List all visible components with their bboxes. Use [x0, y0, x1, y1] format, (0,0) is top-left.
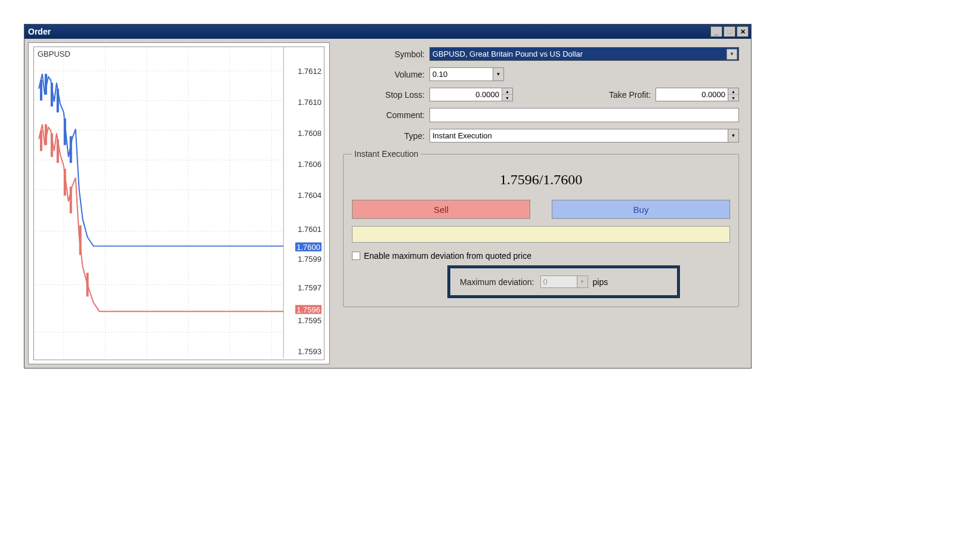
close-button[interactable]: ✕	[737, 26, 749, 37]
stoploss-label: Stop Loss:	[343, 90, 429, 100]
buy-button[interactable]: Buy	[552, 200, 730, 219]
enable-maxdev-checkbox[interactable]	[352, 252, 360, 260]
y-tick-bid: 1.7600	[295, 243, 321, 252]
symbol-combo[interactable]: GBPUSD, Great Britain Pound vs US Dollar…	[429, 47, 739, 61]
price-quote: 1.7596/1.7600	[352, 172, 730, 188]
comment-label: Comment:	[343, 110, 429, 120]
chart-panel: GBPUSD	[28, 42, 330, 364]
y-tick: 1.7601	[298, 225, 321, 234]
order-form: Symbol: GBPUSD, Great Britain Pound vs U…	[335, 42, 747, 364]
symbol-value: GBPUSD, Great Britain Pound vs US Dollar	[432, 49, 583, 58]
volume-value: 0.10	[432, 70, 447, 79]
order-window: Order _ □ ✕ GBPUSD	[24, 24, 752, 369]
y-tick: 1.7599	[298, 255, 321, 264]
y-tick-ask: 1.7596	[295, 305, 321, 314]
y-tick: 1.7604	[298, 191, 321, 200]
spinner-down-icon[interactable]: ▼	[502, 95, 512, 101]
symbol-label: Symbol:	[343, 49, 429, 59]
spinner-down-icon[interactable]: ▼	[728, 95, 738, 101]
takeprofit-label: Take Profit:	[609, 90, 656, 100]
comment-input[interactable]	[429, 108, 739, 122]
pips-label: pips	[593, 277, 608, 287]
type-value: Instant Execution	[432, 131, 492, 140]
maxdev-label: Maximum deviation:	[460, 277, 534, 287]
spinner-up-icon[interactable]: ▲	[502, 88, 512, 95]
y-tick: 1.7606	[298, 160, 321, 169]
sell-button[interactable]: Sell	[352, 200, 530, 219]
type-combo[interactable]: Instant Execution ▼	[429, 129, 739, 143]
y-tick: 1.7610	[298, 98, 321, 107]
chevron-down-icon: ▼	[727, 49, 737, 60]
volume-combo[interactable]: 0.10 ▼	[429, 67, 504, 81]
spinner-up-icon[interactable]: ▲	[728, 88, 738, 95]
maxdev-highlight-box: Maximum deviation: 0 ▼ pips	[447, 265, 680, 298]
price-chart	[34, 47, 324, 358]
y-tick: 1.7593	[298, 347, 321, 356]
maxdev-value: 0	[543, 277, 548, 286]
window-title: Order	[28, 27, 51, 36]
window-controls: _ □ ✕	[710, 26, 749, 37]
chevron-down-icon: ▼	[728, 129, 738, 142]
y-tick: 1.7612	[298, 67, 321, 76]
status-bar	[352, 226, 730, 243]
takeprofit-value: 0.0000	[701, 90, 725, 99]
execution-legend: Instant Execution	[352, 149, 421, 159]
takeprofit-spinner[interactable]: 0.0000 ▲▼	[656, 88, 739, 101]
stoploss-spinner[interactable]: 0.0000 ▲▼	[429, 88, 513, 101]
enable-maxdev-label: Enable maximum deviation from quoted pri…	[364, 251, 531, 261]
y-tick: 1.7608	[298, 129, 321, 138]
y-tick: 1.7595	[298, 316, 321, 325]
stoploss-value: 0.0000	[475, 90, 499, 99]
y-tick: 1.7597	[298, 283, 321, 292]
execution-panel: Instant Execution 1.7596/1.7600 Sell Buy…	[343, 149, 739, 307]
minimize-button[interactable]: _	[710, 26, 722, 37]
volume-label: Volume:	[343, 70, 429, 79]
maxdev-combo: 0 ▼	[540, 276, 588, 288]
maximize-button[interactable]: □	[724, 26, 735, 37]
type-label: Type:	[343, 131, 429, 141]
chevron-down-icon: ▼	[577, 276, 588, 287]
chevron-down-icon: ▼	[493, 68, 503, 81]
titlebar[interactable]: Order _ □ ✕	[24, 24, 751, 39]
